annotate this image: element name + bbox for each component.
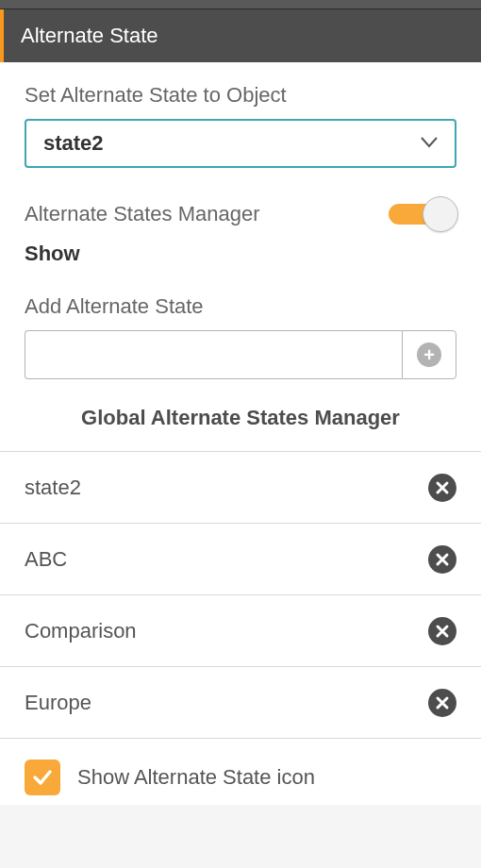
delete-state-icon[interactable]	[428, 474, 456, 502]
state-row: state2	[0, 452, 481, 524]
state-row: Europe	[0, 667, 481, 739]
set-state-dropdown[interactable]: state2	[25, 119, 456, 168]
states-manager-show-label: Show	[25, 242, 456, 266]
states-manager-label: Alternate States Manager	[25, 202, 259, 226]
state-row: ABC	[0, 524, 481, 595]
panel-top-border	[0, 0, 481, 9]
chevron-down-icon	[421, 135, 438, 152]
show-icon-checkbox[interactable]	[25, 760, 60, 795]
delete-state-icon[interactable]	[428, 545, 456, 574]
toggle-knob	[423, 196, 458, 232]
delete-state-icon[interactable]	[428, 689, 456, 717]
delete-state-icon[interactable]	[428, 617, 456, 645]
state-name: state2	[25, 476, 81, 500]
panel-header[interactable]: Alternate State	[0, 9, 481, 62]
panel-title: Alternate State	[21, 24, 158, 48]
states-manager-toggle[interactable]	[389, 196, 456, 232]
global-states-header: Global Alternate States Manager	[25, 379, 456, 451]
check-icon	[31, 766, 54, 789]
state-name: Europe	[25, 691, 91, 715]
add-state-label: Add Alternate State	[25, 294, 456, 319]
state-row: Comparison	[0, 595, 481, 667]
plus-icon: +	[417, 342, 441, 367]
state-name: ABC	[25, 547, 67, 572]
show-icon-label: Show Alternate State icon	[77, 765, 315, 790]
add-state-button[interactable]: +	[402, 330, 456, 379]
set-state-value: state2	[43, 131, 104, 156]
add-state-input[interactable]	[25, 330, 402, 379]
states-list: state2 ABC Comparison Europe	[0, 451, 481, 739]
state-name: Comparison	[25, 619, 137, 643]
set-state-label: Set Alternate State to Object	[25, 83, 456, 108]
